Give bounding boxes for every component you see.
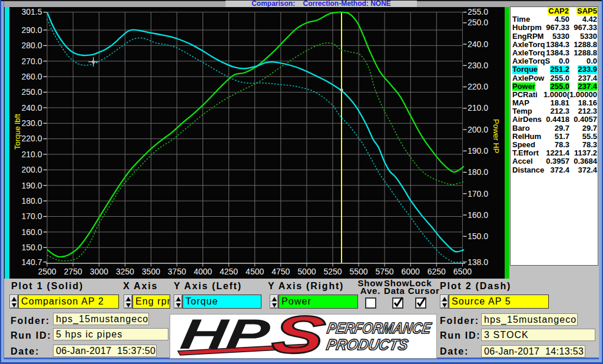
- svg-text:290.0: 290.0: [21, 25, 42, 35]
- svg-text:250.0: 250.0: [21, 87, 42, 97]
- svg-text:3750: 3750: [168, 267, 186, 276]
- svg-text:PERFORMANCE: PERFORMANCE: [326, 319, 433, 337]
- svg-text:260.0: 260.0: [21, 72, 42, 81]
- svg-text:5500: 5500: [350, 267, 368, 276]
- svg-text:PRODUCTS: PRODUCTS: [325, 336, 410, 353]
- svg-text:S: S: [269, 314, 329, 359]
- svg-text:230.0: 230.0: [468, 61, 488, 70]
- svg-text:5000: 5000: [297, 267, 316, 276]
- svg-text:280.0: 280.0: [21, 41, 42, 50]
- svg-text:4500: 4500: [246, 267, 264, 276]
- svg-text:170.0: 170.0: [21, 211, 42, 221]
- svg-text:150.0: 150.0: [21, 243, 42, 252]
- svg-text:160.0: 160.0: [468, 210, 488, 220]
- svg-text:150.0: 150.0: [468, 231, 488, 241]
- svg-text:190.0: 190.0: [21, 181, 42, 190]
- svg-text:5250: 5250: [323, 267, 342, 276]
- svg-text:3000: 3000: [90, 267, 108, 276]
- svg-text:3250: 3250: [116, 267, 134, 276]
- svg-text:240.0: 240.0: [468, 39, 488, 49]
- svg-text:138.0: 138.0: [468, 257, 488, 267]
- svg-text:240.0: 240.0: [21, 103, 42, 112]
- svg-text:4000: 4000: [194, 267, 212, 276]
- svg-text:4250: 4250: [220, 267, 238, 276]
- svg-text:180.0: 180.0: [21, 196, 42, 206]
- svg-text:Torque lbft: Torque lbft: [13, 114, 22, 150]
- svg-text:301.5: 301.5: [21, 7, 42, 16]
- svg-text:255.0: 255.0: [468, 7, 488, 16]
- svg-text:250.0: 250.0: [468, 18, 488, 27]
- svg-text:6000: 6000: [402, 267, 420, 276]
- svg-text:230.0: 230.0: [21, 118, 42, 128]
- svg-text:170.0: 170.0: [468, 189, 488, 198]
- svg-text:2750: 2750: [64, 267, 82, 276]
- svg-text:200.0: 200.0: [468, 125, 488, 134]
- svg-text:190.0: 190.0: [468, 146, 488, 155]
- svg-text:220.0: 220.0: [21, 134, 42, 143]
- svg-text:270.0: 270.0: [21, 57, 42, 66]
- svg-text:180.0: 180.0: [468, 167, 488, 177]
- svg-text:210.0: 210.0: [468, 103, 488, 112]
- svg-text:220.0: 220.0: [468, 82, 488, 91]
- svg-text:Power HP: Power HP: [492, 119, 501, 154]
- svg-text:210.0: 210.0: [21, 150, 42, 159]
- svg-text:200.0: 200.0: [21, 165, 42, 174]
- svg-text:6500: 6500: [453, 267, 472, 276]
- svg-text:3500: 3500: [142, 267, 160, 276]
- svg-text:5750: 5750: [376, 267, 394, 276]
- svg-text:6250: 6250: [428, 267, 446, 276]
- svg-text:2500: 2500: [38, 267, 56, 276]
- svg-text:4750: 4750: [271, 267, 290, 276]
- svg-text:160.0: 160.0: [21, 227, 42, 237]
- svg-text:140.7: 140.7: [21, 257, 42, 267]
